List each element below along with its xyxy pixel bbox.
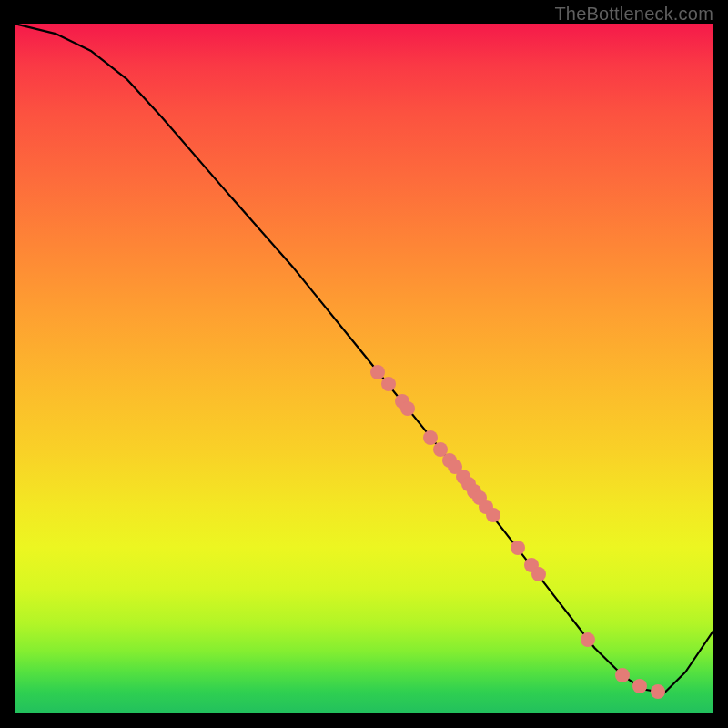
chart-frame: TheBottleneck.com xyxy=(0,0,728,728)
curve-layer xyxy=(15,24,713,713)
bottleneck-curve xyxy=(15,24,713,693)
data-point xyxy=(531,567,546,581)
plot-area xyxy=(15,24,713,713)
data-point xyxy=(581,632,595,647)
data-point xyxy=(632,679,647,693)
data-point xyxy=(651,684,665,699)
watermark-text: TheBottleneck.com xyxy=(554,4,713,25)
data-point xyxy=(511,541,525,555)
